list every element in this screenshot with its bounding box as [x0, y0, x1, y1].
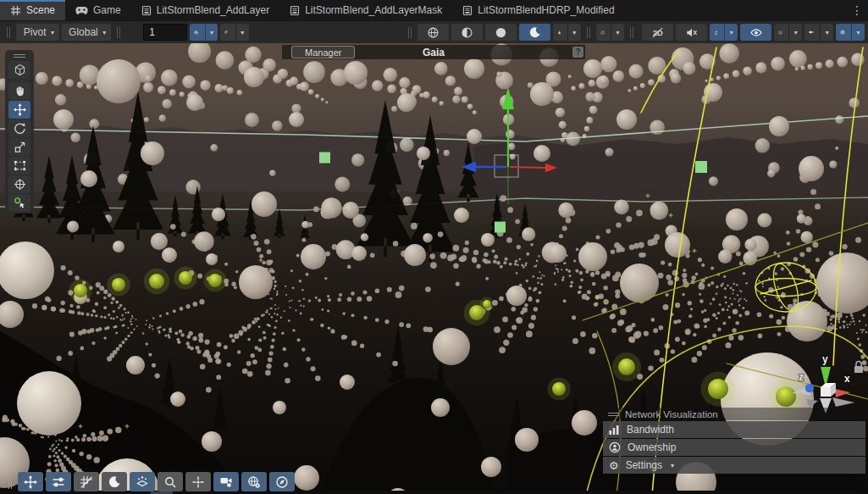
- tab-label: Scene: [26, 4, 55, 16]
- unity-editor-window: Scene Game LitStormBlend_AddLayer LitS: [0, 0, 868, 494]
- layers-button[interactable]: ▼: [774, 24, 802, 41]
- shader-icon: [141, 5, 152, 16]
- tab-litstormblend-addlayer[interactable]: LitStormBlend_AddLayer: [131, 0, 279, 20]
- properties-overlay-button[interactable]: [46, 472, 71, 491]
- network-overlay-button[interactable]: [241, 472, 267, 491]
- 2d-mode-icon: 2D: [651, 26, 664, 39]
- tab-overflow-menu[interactable]: ⋮: [846, 0, 868, 20]
- x-axis-arrow[interactable]: [510, 167, 545, 168]
- bug-icon: [557, 26, 561, 39]
- pivot-mode-dropdown[interactable]: Pivot ▼: [16, 24, 59, 41]
- caret-down-icon: ▼: [793, 30, 799, 36]
- center-pivot-overlay-button[interactable]: [185, 472, 211, 491]
- culling-overlay-button[interactable]: [130, 472, 155, 491]
- filled-sphere-icon: [495, 26, 507, 39]
- orbit-dropdown[interactable]: ▼: [851, 24, 865, 41]
- view-hand-tool[interactable]: [8, 82, 30, 100]
- camera-settings-button[interactable]: ▼: [804, 24, 833, 41]
- scene-grid-icon: [10, 5, 21, 16]
- camera-overlay-button[interactable]: [213, 472, 239, 491]
- cube-icon: [14, 64, 26, 76]
- tab-litstormblendhdrp-modified[interactable]: LitStormBlendHDRP_Modified: [452, 0, 624, 20]
- grid-toggle-button[interactable]: [74, 472, 99, 491]
- lock-icon[interactable]: [854, 362, 863, 374]
- snap-increment-icon: [224, 26, 229, 39]
- audio-mute-toggle[interactable]: [676, 24, 707, 41]
- custom-editor-tool[interactable]: [8, 194, 30, 212]
- settings-button[interactable]: ⚙ Settings ▾: [603, 457, 865, 474]
- scene-viewport[interactable]: Gaia Manager ? Network Visualization Ban…: [0, 43, 868, 494]
- diamond-points-icon: [135, 475, 149, 489]
- view-cube-tool[interactable]: [8, 61, 30, 79]
- rect-tool[interactable]: [8, 157, 30, 175]
- transform-tool[interactable]: [8, 175, 30, 193]
- move-overlay-button[interactable]: [18, 472, 43, 491]
- layers-dropdown[interactable]: ▼: [788, 24, 802, 41]
- shading-shaded-button[interactable]: [485, 24, 517, 41]
- move-tool[interactable]: [8, 101, 30, 119]
- bandwidth-button[interactable]: Bandwidth: [603, 421, 865, 438]
- camera-dropdown[interactable]: ▼: [820, 24, 833, 41]
- 2d-mode-toggle[interactable]: 2D: [642, 24, 673, 41]
- scene-camera-orbit-button[interactable]: ▼: [836, 24, 865, 41]
- snap-increment-dropdown[interactable]: ▼: [235, 24, 249, 41]
- gizmos-visibility-button[interactable]: ▼: [596, 24, 624, 41]
- spawn-marker: [319, 153, 330, 164]
- rotate-tool[interactable]: [8, 119, 30, 137]
- disabled-circle-icon: [600, 26, 605, 39]
- shading-wireframe-button[interactable]: [417, 24, 449, 41]
- shading-shaded-wire-button[interactable]: [451, 24, 483, 41]
- scene-toolbar: Pivot ▼ Global ▼ Y ▼: [0, 20, 868, 43]
- tab-label: LitStormBlendHDRP_Modified: [478, 4, 614, 16]
- gaia-help-button[interactable]: ?: [572, 47, 583, 58]
- tab-scene[interactable]: Scene: [0, 0, 65, 20]
- gizmo-axis-cone[interactable]: [806, 399, 818, 408]
- orbit-sphere-icon: [840, 25, 845, 39]
- handle-orientation-dropdown[interactable]: Global ▼: [62, 24, 110, 41]
- caret-down-icon: ▾: [671, 462, 674, 469]
- lighting-toggle-button[interactable]: [519, 24, 550, 41]
- gizmos-dropdown[interactable]: ▼: [611, 24, 624, 41]
- tools-drag-handle[interactable]: [7, 52, 32, 59]
- compass-overlay-button[interactable]: [269, 472, 295, 491]
- gizmo-cube-front[interactable]: [821, 387, 831, 397]
- camera-record-icon: [219, 475, 233, 488]
- toolbar-group-handle[interactable]: [630, 27, 633, 38]
- kebab-menu-icon: ⋮: [851, 3, 863, 17]
- effects-dropdown[interactable]: ▼: [724, 24, 738, 41]
- move-icon: [24, 475, 37, 489]
- move-icon: [14, 103, 26, 116]
- scale-tool[interactable]: [8, 138, 30, 156]
- debug-draw-mode-button[interactable]: ▼: [553, 24, 581, 41]
- network-panel-header[interactable]: Network Visualization: [603, 408, 865, 420]
- caret-down-icon: ▼: [615, 30, 621, 36]
- bottom-toolbar-drag-handle[interactable]: [8, 475, 12, 489]
- search-overlay-button[interactable]: [158, 472, 183, 491]
- effects-star-icon: [714, 26, 718, 39]
- layers-stack-icon: [778, 26, 782, 39]
- ownership-button[interactable]: Ownership: [603, 439, 865, 456]
- effects-toggle[interactable]: ▼: [710, 24, 738, 41]
- tab-litstormblend-addlayermask[interactable]: LitStormBlend_AddLayerMask: [279, 0, 452, 20]
- grid-snap-dropdown[interactable]: ▼: [205, 24, 218, 41]
- grid-snap-toggle[interactable]: Y ▼: [190, 24, 218, 41]
- scale-icon: [14, 141, 26, 153]
- toolbar-group-handle[interactable]: [587, 27, 590, 38]
- debug-draw-dropdown[interactable]: ▼: [567, 24, 581, 41]
- toolbar-group-handle[interactable]: [408, 27, 412, 38]
- toolbar-drag-handle[interactable]: [7, 27, 10, 38]
- help-icon: ?: [575, 47, 580, 57]
- gizmo-x-cone[interactable]: [835, 389, 850, 397]
- scene-visibility-toggle[interactable]: [740, 24, 771, 41]
- grid-size-input[interactable]: [143, 24, 187, 41]
- tab-game[interactable]: Game: [65, 0, 131, 20]
- crescent-moon-icon: [108, 475, 121, 489]
- gamepad-icon: [75, 6, 88, 15]
- toolbar-group-handle[interactable]: [117, 27, 120, 38]
- lighting-overlay-button[interactable]: [102, 472, 127, 491]
- gizmo-z-cone[interactable]: [805, 384, 814, 392]
- gizmo-axis-cone[interactable]: [832, 397, 854, 407]
- snap-increment-button[interactable]: ▼: [220, 24, 248, 41]
- tab-label: Game: [93, 4, 121, 16]
- network-visualization-panel: Network Visualization Bandwidth Ownershi…: [603, 408, 865, 474]
